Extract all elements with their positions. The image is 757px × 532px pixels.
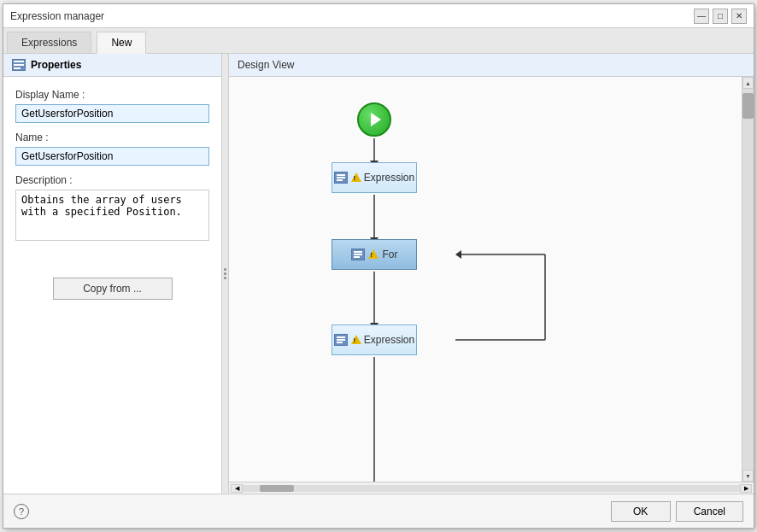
scroll-track[interactable]: [742, 89, 754, 470]
expression-label-2: Expression: [364, 334, 414, 346]
flow-expression-node-1[interactable]: Expression: [332, 162, 417, 193]
name-input[interactable]: [15, 147, 209, 166]
svg-rect-1: [14, 64, 24, 66]
flow-for-node[interactable]: For: [332, 239, 417, 270]
svg-rect-15: [337, 174, 345, 176]
display-name-group: Display Name :: [15, 89, 209, 123]
h-scroll-track[interactable]: [243, 485, 740, 492]
svg-rect-23: [337, 342, 343, 343]
resize-dot-3: [224, 277, 226, 279]
maximize-button[interactable]: □: [713, 9, 728, 24]
design-canvas[interactable]: Expression: [229, 77, 742, 482]
title-bar: Expression manager — □ ✕: [3, 4, 754, 28]
properties-icon: [12, 59, 26, 71]
warning-icon-1: [351, 172, 361, 183]
scroll-down-button[interactable]: ▼: [742, 470, 754, 482]
main-content: Properties Display Name : Name : Descrip…: [3, 54, 754, 494]
name-group: Name :: [15, 132, 209, 166]
resize-dot-1: [224, 268, 226, 271]
tab-bar: Expressions New: [3, 28, 754, 54]
description-textarea[interactable]: Obtains the array of users with a specif…: [15, 190, 209, 241]
main-window: Expression manager — □ ✕ Expressions New: [3, 3, 754, 529]
expression-label-1: Expression: [364, 172, 414, 184]
close-button[interactable]: ✕: [731, 9, 747, 24]
window-controls: — □ ✕: [694, 9, 747, 24]
for-node-icon: [351, 248, 365, 260]
design-view-header: Design View: [229, 54, 754, 77]
svg-rect-0: [14, 61, 24, 62]
resize-handle[interactable]: [222, 54, 229, 494]
expression-node-icon-1: [334, 172, 348, 184]
copy-from-button[interactable]: Copy from ...: [53, 278, 173, 300]
description-label: Description :: [15, 174, 209, 186]
svg-rect-18: [354, 251, 362, 253]
scroll-right-button[interactable]: ▶: [740, 484, 752, 493]
tab-expressions[interactable]: Expressions: [7, 32, 91, 53]
svg-rect-16: [337, 177, 345, 178]
svg-rect-22: [337, 339, 345, 341]
display-name-input[interactable]: [15, 104, 209, 123]
warning-icon-2: [351, 335, 361, 345]
flow-start-node: [357, 102, 391, 137]
properties-label: Properties: [31, 59, 81, 71]
scroll-up-button[interactable]: ▲: [742, 77, 754, 89]
for-label: For: [383, 248, 398, 260]
footer-buttons: OK Cancel: [611, 501, 743, 522]
flow-arrows: [229, 77, 742, 482]
properties-body: Display Name : Name : Description : Obta…: [3, 77, 221, 494]
tab-new[interactable]: New: [97, 32, 146, 54]
description-group: Description : Obtains the array of users…: [15, 174, 209, 243]
resize-dots: [224, 268, 226, 279]
scroll-left-button[interactable]: ◀: [231, 484, 243, 493]
resize-dot-2: [224, 272, 226, 275]
vertical-scrollbar[interactable]: ▲ ▼: [742, 77, 754, 482]
scroll-thumb[interactable]: [742, 93, 754, 119]
warning-icon-for: [368, 249, 380, 260]
name-label: Name :: [15, 132, 209, 143]
left-panel: Properties Display Name : Name : Descrip…: [3, 54, 222, 494]
svg-marker-12: [455, 250, 461, 259]
minimize-button[interactable]: —: [694, 9, 709, 24]
svg-rect-2: [14, 67, 21, 69]
flow-expression-node-2[interactable]: Expression: [332, 324, 417, 355]
help-icon[interactable]: ?: [14, 504, 29, 519]
expression-node-icon-2: [334, 334, 348, 346]
svg-rect-21: [337, 336, 345, 338]
footer-left: ?: [14, 504, 29, 519]
svg-rect-19: [354, 254, 362, 255]
horizontal-scrollbar[interactable]: ◀ ▶: [229, 482, 754, 494]
canvas-inner: Expression: [229, 77, 742, 482]
footer: ? OK Cancel: [3, 494, 754, 528]
ok-button[interactable]: OK: [611, 501, 671, 522]
h-scroll-thumb[interactable]: [260, 485, 294, 492]
cancel-button[interactable]: Cancel: [676, 501, 743, 522]
right-panel: Design View: [229, 54, 754, 494]
svg-rect-20: [354, 256, 360, 258]
window-title: Expression manager: [10, 10, 104, 22]
display-name-label: Display Name :: [15, 89, 209, 101]
properties-header: Properties: [3, 54, 221, 77]
svg-rect-17: [337, 179, 343, 181]
